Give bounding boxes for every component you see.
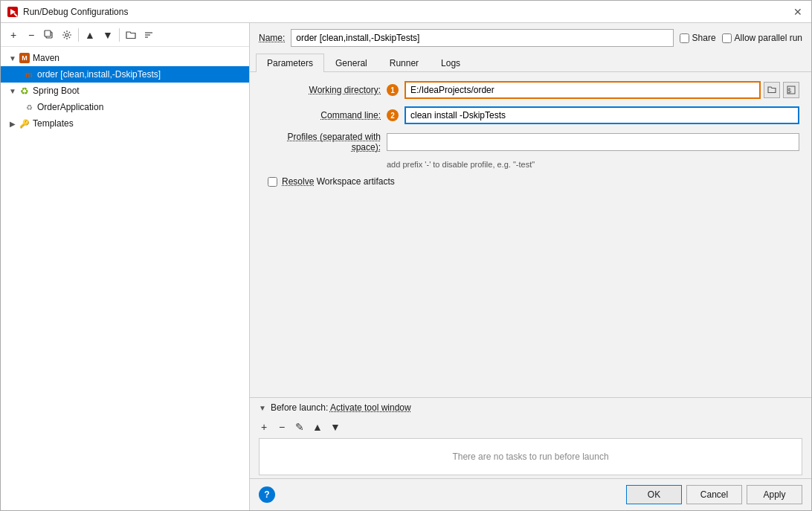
before-launch-chevron-icon: ▼ (259, 404, 266, 412)
app-config-icon: ♻ (23, 101, 35, 113)
parallel-wrap: Allow parallel run (722, 33, 802, 43)
tab-parameters[interactable]: Parameters (256, 54, 324, 72)
before-launch-list: There are no tasks to run before launch (259, 438, 802, 475)
svg-rect-4 (45, 30, 51, 36)
remove-config-button[interactable]: − (23, 27, 39, 43)
step-2-badge: 2 (387, 109, 399, 121)
profiles-label: Profiles (separated with space): (262, 132, 381, 152)
tab-general[interactable]: General (324, 54, 378, 72)
maven-group-icon: M (19, 52, 30, 64)
form-area: Working directory: 1 $ Command line: (250, 72, 811, 397)
templates-icon: 🔑 (19, 118, 30, 129)
resolve-checkbox[interactable] (268, 177, 277, 187)
svg-point-5 (65, 33, 68, 36)
before-launch-toolbar: + − ✎ ▲ ▼ (250, 417, 811, 437)
chevron-down-icon: ▼ (7, 52, 19, 64)
working-dir-variable-button[interactable]: $ (783, 82, 799, 98)
activate-text: Activate tool window (330, 402, 411, 413)
tree-item-templates[interactable]: ▶ 🔑 Templates (1, 115, 249, 132)
workspace-text: Workspace artifacts (317, 176, 395, 187)
folder-button[interactable] (123, 27, 139, 43)
toolbar-separator (78, 28, 79, 42)
name-row: Name: Share Allow parallel run (250, 23, 811, 53)
before-launch-remove-button[interactable]: − (274, 419, 290, 435)
resolve-row: Resolve Workspace artifacts (268, 176, 799, 187)
working-dir-label: Working directory: (262, 85, 381, 95)
up-config-button[interactable]: ▲ (82, 27, 98, 43)
dialog-title: Run/Debug Configurations (23, 7, 128, 17)
profiles-input[interactable] (387, 133, 799, 151)
before-launch-edit-button[interactable]: ✎ (291, 419, 308, 435)
maven-group-label: Maven (33, 53, 59, 63)
before-launch-text: Before launch: (271, 402, 330, 413)
chevron-down-icon-2: ▼ (7, 85, 19, 97)
templates-label: Templates (33, 118, 74, 129)
resolve-text: Resolve (282, 176, 314, 187)
tree-item-maven[interactable]: ▼ M Maven (1, 50, 249, 66)
settings-config-button[interactable] (59, 27, 75, 43)
main-content: + − ▲ ▼ (1, 23, 811, 510)
before-launch-title: Before launch: Activate tool window (271, 402, 411, 413)
left-toolbar: + − ▲ ▼ (1, 23, 249, 47)
name-input[interactable] (291, 29, 673, 47)
no-tasks-label: There are no tasks to run before launch (452, 451, 608, 462)
order-config-label: order [clean,install,-DskipTests] (37, 69, 161, 80)
tabs-row: Parameters General Runner Logs (250, 53, 811, 72)
run-debug-icon (7, 6, 19, 18)
title-bar: Run/Debug Configurations ✕ (1, 1, 811, 23)
tree-area: ▼ M Maven m order [clean,install,-DskipT… (1, 47, 249, 510)
down-config-button[interactable]: ▼ (100, 27, 116, 43)
tree-item-order[interactable]: m order [clean,install,-DskipTests] (1, 66, 249, 83)
working-dir-folder-button[interactable] (764, 82, 780, 98)
close-button[interactable]: ✕ (790, 4, 805, 19)
share-checkbox[interactable] (680, 33, 689, 43)
order-app-label: OrderApplication (37, 102, 103, 112)
maven-config-icon: m (23, 68, 35, 80)
before-launch-header[interactable]: ▼ Before launch: Activate tool window (250, 398, 811, 417)
help-button[interactable]: ? (259, 486, 275, 503)
tab-logs[interactable]: Logs (430, 54, 471, 72)
tab-runner[interactable]: Runner (378, 54, 430, 72)
spring-boot-label: Spring Boot (33, 86, 80, 96)
tree-item-order-app[interactable]: ♻ OrderApplication (1, 99, 249, 115)
resolve-label: Resolve Workspace artifacts (282, 176, 395, 187)
working-dir-input[interactable] (405, 81, 761, 99)
before-launch-down-button[interactable]: ▼ (327, 419, 344, 435)
parallel-checkbox[interactable] (722, 33, 732, 43)
working-dir-input-wrap: $ (405, 81, 799, 99)
sort-button[interactable] (141, 27, 157, 43)
right-panel: Name: Share Allow parallel run Parameter… (250, 23, 811, 510)
add-config-button[interactable]: + (5, 27, 22, 43)
before-launch-up-button[interactable]: ▲ (309, 419, 326, 435)
before-launch-section: ▼ Before launch: Activate tool window + … (250, 397, 811, 478)
title-bar-left: Run/Debug Configurations (7, 6, 128, 18)
cancel-button[interactable]: Cancel (686, 485, 742, 504)
spring-boot-icon: ♻ (19, 85, 30, 97)
parallel-label: Allow parallel run (735, 33, 802, 43)
ok-button[interactable]: OK (626, 485, 682, 504)
profiles-input-wrap (387, 133, 799, 151)
command-line-input-wrap (405, 106, 799, 124)
bottom-bar: ? OK Cancel Apply (250, 478, 811, 510)
command-line-label: Command line: (262, 110, 381, 120)
share-wrap: Share (680, 33, 716, 43)
command-line-input[interactable] (405, 106, 799, 124)
chevron-right-icon: ▶ (7, 118, 19, 129)
dialog: Run/Debug Configurations ✕ + − ▲ ▼ (0, 0, 812, 511)
left-panel: + − ▲ ▼ (1, 23, 250, 510)
share-label: Share (692, 33, 716, 43)
profiles-row: Profiles (separated with space): (262, 132, 799, 152)
copy-config-button[interactable] (41, 27, 57, 43)
step-1-badge: 1 (387, 84, 399, 96)
tree-item-spring-boot[interactable]: ▼ ♻ Spring Boot (1, 83, 249, 99)
apply-button[interactable]: Apply (747, 485, 802, 504)
command-line-row: Command line: 2 (262, 106, 799, 124)
profiles-hint: add prefix '-' to disable profile, e.g. … (387, 160, 799, 169)
before-launch-add-button[interactable]: + (256, 419, 272, 435)
name-field-label: Name: (259, 33, 285, 43)
toolbar-separator-2 (119, 28, 120, 42)
working-dir-row: Working directory: 1 $ (262, 81, 799, 99)
